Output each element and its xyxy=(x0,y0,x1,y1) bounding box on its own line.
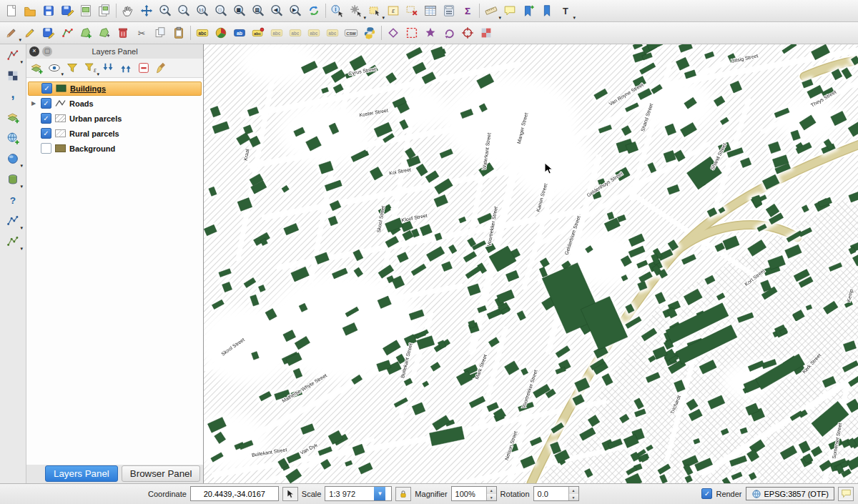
scale-dropdown-icon[interactable]: ▼ xyxy=(374,487,385,500)
cut-features[interactable]: ✂ xyxy=(132,24,151,42)
coordinate-input[interactable] xyxy=(190,486,279,501)
new-bookmark[interactable] xyxy=(519,1,538,20)
layer-visibility-checkbox[interactable]: ✓ xyxy=(41,98,51,109)
add-raster-layer[interactable] xyxy=(4,66,22,85)
node-tool[interactable] xyxy=(58,24,77,42)
field-calculator[interactable] xyxy=(440,1,458,20)
layer-visibility-checkbox[interactable]: ✓ xyxy=(41,83,52,94)
copy-features[interactable] xyxy=(151,24,169,42)
layer-row-roads[interactable]: ▶✓Roads xyxy=(28,97,202,111)
geometry-checker[interactable] xyxy=(403,24,421,42)
label-toolbar[interactable]: ab xyxy=(230,24,249,42)
expand-all[interactable] xyxy=(99,59,117,76)
save-layer-edits[interactable] xyxy=(39,24,58,42)
delete-selected[interactable] xyxy=(114,24,132,42)
collapse-all[interactable] xyxy=(117,59,134,76)
layer-row-urban-parcels[interactable]: ✓Urban parcels xyxy=(28,112,202,126)
layer-row-background[interactable]: Background xyxy=(28,142,202,156)
add-wms-layer[interactable] xyxy=(4,129,22,147)
zoom-to-layer[interactable]: ▤ xyxy=(249,1,267,20)
step-up-icon[interactable]: ▲ xyxy=(487,487,496,494)
zoom-next[interactable]: ▶ xyxy=(286,1,305,20)
select-by-expression[interactable]: ε xyxy=(384,1,403,20)
layer-visibility-checkbox[interactable] xyxy=(41,143,51,154)
scale-combo[interactable]: 1:3 972 ▼ xyxy=(325,486,392,501)
offset-point-symbols[interactable] xyxy=(384,24,403,42)
float-panel-button[interactable]: ▢ xyxy=(42,46,52,56)
statistics-summary[interactable]: Σ xyxy=(458,1,477,20)
messages-button[interactable] xyxy=(838,487,854,501)
rotate-label[interactable]: abc xyxy=(305,24,323,42)
run-feature-action[interactable]: ▾ xyxy=(347,1,365,20)
add-oracle-layer[interactable]: ? xyxy=(4,191,22,209)
clear-legend-filter[interactable] xyxy=(153,59,170,76)
layer-visibility-checkbox[interactable]: ✓ xyxy=(41,113,51,124)
move-label[interactable]: abc xyxy=(286,24,305,42)
save-project[interactable] xyxy=(39,1,58,20)
pan-to-selection[interactable] xyxy=(137,1,156,20)
save-project-as[interactable] xyxy=(58,1,77,20)
add-vector-layer[interactable]: ▾ xyxy=(4,46,22,64)
change-label[interactable]: abc xyxy=(323,24,342,42)
rotate-feature[interactable] xyxy=(440,24,458,42)
add-feature[interactable] xyxy=(77,24,95,42)
georeferencer[interactable] xyxy=(458,24,477,42)
map-tips[interactable] xyxy=(500,1,519,20)
layer-diagram[interactable] xyxy=(212,24,230,42)
scale-lock-button[interactable] xyxy=(395,487,411,501)
pan-map[interactable] xyxy=(119,1,137,20)
zoom-out[interactable]: - xyxy=(174,1,193,20)
magnifier-steppers[interactable]: ▲▼ xyxy=(486,487,496,500)
layer-visibility-checkbox[interactable]: ✓ xyxy=(41,128,51,139)
measure-line[interactable]: ▾ xyxy=(482,1,500,20)
open-attribute-table[interactable] xyxy=(421,1,440,20)
close-panel-button[interactable]: × xyxy=(29,46,39,56)
layer-row-rural-parcels[interactable]: ✓Rural parcels xyxy=(28,127,202,141)
zoom-to-selection[interactable]: ▦ xyxy=(230,1,249,20)
add-wcs-layer[interactable]: ▾ xyxy=(4,232,22,251)
zoom-in[interactable]: + xyxy=(156,1,174,20)
rotation-steppers[interactable]: ▲▼ xyxy=(568,487,578,500)
metasearch-csw[interactable]: CSW xyxy=(342,24,360,42)
map-canvas[interactable]: Cyrus StreetKoster StreetKoi StreetKloof… xyxy=(204,44,858,483)
render-checkbox[interactable]: ✓ xyxy=(701,488,712,499)
zoom-last[interactable]: ◀ xyxy=(267,1,286,20)
map-refresh[interactable] xyxy=(305,1,323,20)
identify-features[interactable]: i xyxy=(328,1,347,20)
zoom-native[interactable]: 1:1 xyxy=(193,1,212,20)
current-edits[interactable]: ▾ xyxy=(2,24,21,42)
add-postgis-layer[interactable]: ▾ xyxy=(4,149,22,168)
manage-layer-visibility[interactable]: ▾ xyxy=(46,59,63,76)
highlight-pinned-labels[interactable]: abc xyxy=(267,24,286,42)
remove-layer[interactable] xyxy=(135,59,152,76)
pin-labels[interactable]: abc xyxy=(249,24,267,42)
tab-browser-panel[interactable]: Browser Panel xyxy=(122,465,201,482)
paste-features[interactable] xyxy=(169,24,188,42)
add-group[interactable] xyxy=(28,59,45,76)
toggle-editing[interactable] xyxy=(21,24,39,42)
filter-by-expression[interactable]: ε▾ xyxy=(82,59,99,76)
expand-icon[interactable]: ▶ xyxy=(30,100,37,107)
tab-layers-panel[interactable]: Layers Panel xyxy=(45,465,118,482)
composer-manager[interactable] xyxy=(95,1,114,20)
step-down-icon[interactable]: ▼ xyxy=(487,494,496,501)
new-project[interactable] xyxy=(2,1,21,20)
magnifier-spin[interactable]: 100% ▲▼ xyxy=(451,486,497,501)
layer-labeling[interactable]: abc xyxy=(193,24,212,42)
select-features[interactable]: ▾ xyxy=(365,1,384,20)
topology-checker[interactable] xyxy=(421,24,440,42)
text-annotation[interactable]: T▾ xyxy=(556,1,575,20)
add-wfs-layer[interactable]: ▾ xyxy=(4,212,22,230)
rotation-spin[interactable]: 0.0 ▲▼ xyxy=(533,486,579,501)
add-delimited-text-layer[interactable]: , xyxy=(4,87,22,106)
map-view[interactable]: Cyrus StreetKoster StreetKoi StreetKloof… xyxy=(204,44,858,483)
raster-align[interactable] xyxy=(477,24,495,42)
open-project[interactable] xyxy=(21,1,39,20)
new-print-composer[interactable] xyxy=(77,1,95,20)
show-bookmarks[interactable] xyxy=(538,1,556,20)
step-down-icon[interactable]: ▼ xyxy=(569,494,578,501)
deselect-all[interactable] xyxy=(403,1,421,20)
extents-toggle-button[interactable] xyxy=(282,487,298,501)
filter-legend[interactable] xyxy=(64,59,81,76)
layer-row-buildings[interactable]: ✓Buildings xyxy=(28,81,202,96)
